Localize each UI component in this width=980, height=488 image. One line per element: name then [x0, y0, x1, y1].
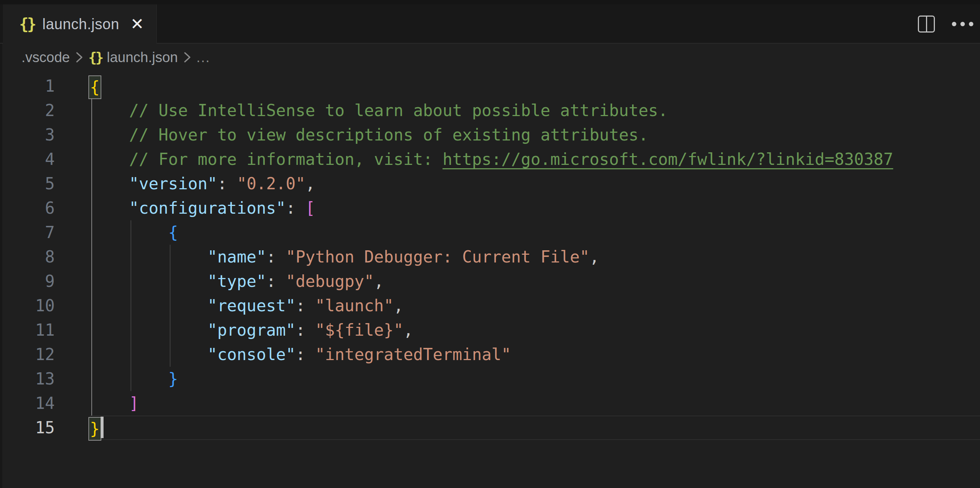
chevron-right-icon	[181, 48, 192, 66]
code-token: "launch"	[315, 296, 393, 315]
code-line[interactable]: {	[90, 220, 980, 245]
more-actions-icon[interactable]	[951, 20, 974, 29]
code-line[interactable]: "name": "Python Debugger: Current File",	[90, 245, 980, 269]
code-line[interactable]: "configurations": [	[90, 196, 980, 220]
matched-bracket: }	[89, 418, 100, 440]
line-number[interactable]: 11	[2, 318, 55, 342]
code-line[interactable]: {	[90, 74, 980, 99]
code-token	[90, 369, 168, 388]
code-token	[90, 345, 207, 364]
code-token: // Hover to view descriptions of existin…	[129, 125, 648, 144]
breadcrumb: .vscode {} launch.json ...	[2, 44, 980, 71]
code-token	[90, 394, 129, 413]
code-token: :	[286, 199, 305, 218]
code-token: "name"	[207, 247, 266, 266]
code-token	[90, 296, 207, 315]
breadcrumb-symbol[interactable]: ...	[196, 49, 210, 65]
code-line[interactable]: }	[90, 415, 980, 440]
code-token	[90, 321, 207, 339]
line-number[interactable]: 12	[2, 342, 55, 367]
editor: 123456789101112131415 { // Use IntelliSe…	[2, 71, 980, 488]
line-number[interactable]: 1	[2, 74, 55, 99]
code-token	[90, 125, 129, 144]
line-number[interactable]: 6	[2, 196, 55, 220]
breadcrumb-folder[interactable]: .vscode	[21, 49, 70, 65]
code-line[interactable]: "request": "launch",	[90, 294, 980, 318]
line-number[interactable]: 9	[2, 269, 55, 294]
line-number[interactable]: 14	[2, 391, 55, 415]
text-cursor	[100, 416, 103, 438]
code-token: // For more information, visit:	[129, 150, 443, 168]
code-token: ,	[393, 296, 404, 315]
code-line[interactable]: // Hover to view descriptions of existin…	[90, 123, 980, 147]
code-token: "program"	[207, 321, 296, 339]
code-token: ,	[589, 247, 600, 266]
code-token	[90, 174, 129, 193]
code-line[interactable]: ]	[90, 391, 980, 415]
code-token: // Use IntelliSense to learn about possi…	[129, 101, 668, 120]
code-token: "version"	[129, 174, 217, 193]
code-token: https://go.microsoft.com/fwlink/?linkid=…	[443, 150, 894, 168]
code-token: :	[296, 321, 315, 339]
line-number[interactable]: 5	[2, 172, 55, 196]
code-token	[90, 150, 129, 168]
code-line[interactable]: // For more information, visit: https://…	[90, 147, 980, 172]
tab-bar: {} launch.json ✕	[0, 5, 980, 44]
dot	[969, 22, 974, 26]
line-number[interactable]: 8	[2, 245, 55, 269]
code-token: ]	[129, 394, 139, 413]
code-token: {	[168, 223, 178, 242]
code-area[interactable]: { // Use IntelliSense to learn about pos…	[59, 74, 980, 488]
dot	[952, 22, 956, 26]
code-token: "integratedTerminal"	[315, 345, 511, 364]
split-divider	[926, 17, 927, 32]
code-token: "configurations"	[129, 199, 286, 218]
code-token: ,	[305, 174, 315, 193]
line-number[interactable]: 15	[2, 415, 55, 440]
line-number[interactable]: 2	[2, 99, 55, 123]
code-token: [	[305, 199, 315, 218]
chevron-right-icon	[73, 48, 85, 66]
code-token: "${file}"	[315, 321, 403, 339]
code-token: ,	[374, 272, 384, 291]
breadcrumb-file[interactable]: launch.json	[107, 49, 178, 65]
editor-actions	[918, 5, 980, 44]
json-file-icon: {}	[19, 15, 35, 33]
tab-label: launch.json	[43, 16, 119, 33]
code-line[interactable]: "program": "${file}",	[90, 318, 980, 342]
window-top-edge	[0, 0, 980, 5]
gutter: 123456789101112131415	[2, 74, 59, 488]
code-token: "debugpy"	[286, 272, 374, 291]
code-token: :	[266, 247, 286, 266]
split-editor-icon[interactable]	[918, 16, 935, 33]
matched-bracket: {	[89, 76, 100, 99]
code-token: :	[217, 174, 237, 193]
code-token: :	[296, 345, 315, 364]
tab-launch-json[interactable]: {} launch.json ✕	[3, 5, 157, 44]
close-icon[interactable]: ✕	[130, 16, 144, 32]
code-token: :	[266, 272, 286, 291]
code-token	[90, 247, 207, 266]
code-token	[90, 272, 207, 291]
code-line[interactable]: // Use IntelliSense to learn about possi…	[90, 99, 980, 123]
code-token	[90, 101, 129, 120]
code-line[interactable]: }	[90, 367, 980, 391]
line-number[interactable]: 10	[2, 294, 55, 318]
code-line[interactable]: "type": "debugpy",	[90, 269, 980, 294]
line-number[interactable]: 13	[2, 367, 55, 391]
code-token: "Python Debugger: Current File"	[286, 247, 589, 266]
dot	[960, 22, 965, 26]
line-number[interactable]: 7	[2, 220, 55, 245]
code-line[interactable]: "console": "integratedTerminal"	[90, 342, 980, 367]
code-token: :	[296, 296, 315, 315]
code-token	[90, 199, 129, 218]
line-number[interactable]: 3	[2, 123, 55, 147]
code-line[interactable]: "version": "0.2.0",	[90, 172, 980, 196]
code-token: "console"	[207, 345, 296, 364]
code-token: "0.2.0"	[237, 174, 305, 193]
code-token: }	[168, 369, 178, 388]
json-file-icon: {}	[88, 49, 102, 65]
editor-group: .vscode {} launch.json ... 1234567891011…	[0, 44, 980, 488]
code-token	[90, 223, 168, 242]
line-number[interactable]: 4	[2, 147, 55, 172]
